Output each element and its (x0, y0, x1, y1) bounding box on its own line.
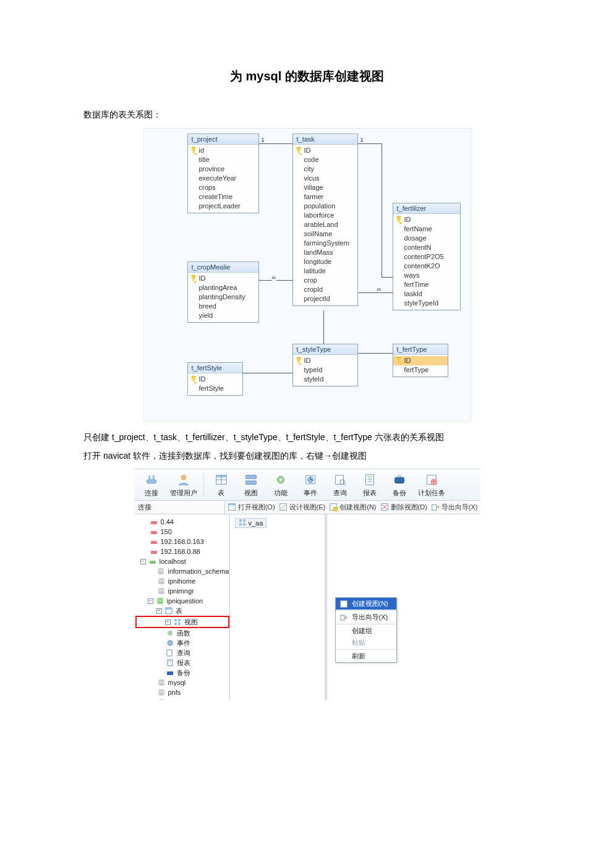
toolbar-label: 表 (218, 488, 224, 498)
entity-col: laborforce (293, 211, 357, 220)
entity-col: title (188, 155, 258, 164)
entity-t-cropmealie: t_cropMealie ID plantingArea plantingDen… (187, 262, 259, 323)
entity-col: soilName (293, 229, 357, 239)
tree-conn-open[interactable]: −localhost (135, 556, 229, 566)
database-icon (157, 679, 166, 686)
doc-title: 为 mysql 的数据库创建视图 (83, 68, 531, 85)
toolbar-event-button[interactable]: 事件 (296, 470, 325, 499)
toolbar-conn-button[interactable]: 连接 (137, 470, 166, 499)
user-icon (176, 472, 192, 488)
view-icon (243, 472, 259, 488)
ctx-label: 创建视图(N) (352, 599, 388, 608)
entity-col: yield (188, 311, 258, 320)
entity-col: village (293, 183, 357, 192)
svg-rect-64 (167, 650, 172, 656)
action-export[interactable]: 导出向导(X) (431, 503, 478, 513)
action-label: 设计视图(E) (289, 503, 326, 512)
svg-rect-24 (367, 481, 372, 482)
ctx-refresh[interactable]: 刷新 (336, 650, 396, 662)
action-open-view[interactable]: 打开视图(O) (228, 503, 275, 513)
query-icon (332, 472, 348, 488)
entity-col: province (188, 164, 258, 174)
toolbar-label: 事件 (304, 488, 317, 498)
tree-node-query[interactable]: 查询 (135, 648, 229, 658)
nav-tree[interactable]: 0.44 150 192.168.0.163 192.168.0.88 −loc… (134, 514, 230, 700)
entity-col: createTime (188, 192, 258, 202)
tree-conn[interactable]: 192.168.0.88 (135, 547, 229, 556)
entity-col: plantingDensity (188, 292, 258, 302)
entity-col: contentN (393, 243, 460, 252)
collapse-icon[interactable]: − (140, 559, 146, 564)
svg-point-63 (168, 640, 173, 645)
tree-node-event[interactable]: 事件 (135, 638, 229, 648)
expand-icon[interactable]: + (165, 619, 171, 625)
expand-icon[interactable]: + (156, 608, 162, 614)
tree-db[interactable]: information_schema (135, 566, 229, 576)
tree-conn[interactable]: 192.168.0.163 (135, 537, 229, 547)
splitter-handle[interactable] (325, 514, 327, 700)
svg-rect-42 (151, 551, 157, 554)
context-menu[interactable]: 创建视图(N) 导出向导(X) 创建组 (335, 597, 397, 663)
cardinality-inf: ∞ (271, 275, 276, 281)
tree-node-backup[interactable]: 备份 (135, 668, 229, 678)
action-delete-view[interactable]: 删除视图(D) (380, 503, 427, 513)
export-icon (431, 503, 440, 513)
svg-rect-31 (228, 503, 235, 505)
entity-title: t_styleType (293, 344, 357, 355)
database-icon (157, 577, 166, 585)
entity-t-ferttype: t_fertType ID fertType (393, 344, 448, 377)
toolbar-label: 计划任务 (418, 488, 445, 498)
tree-db[interactable]: pnfs (135, 687, 229, 697)
toolbar-func-button[interactable]: 功能 (266, 470, 296, 499)
tree-node-tables[interactable]: +表 (135, 606, 229, 616)
collapse-icon[interactable]: − (148, 598, 153, 604)
tree-conn[interactable]: 0.44 (135, 517, 229, 527)
toolbar-user-button[interactable]: 管理用户 (166, 470, 201, 499)
svg-point-49 (158, 582, 164, 584)
view-icon (173, 618, 182, 626)
tree-conn[interactable]: 150 (135, 527, 229, 537)
toolbar-backup-button[interactable]: 备份 (385, 470, 414, 499)
database-icon (157, 699, 166, 700)
database-icon (156, 568, 165, 575)
entity-col: styleId (293, 375, 357, 384)
toolbar-query-button[interactable]: 查询 (325, 470, 355, 499)
toolbar-view-button[interactable]: 视图 (236, 470, 266, 499)
svg-rect-39 (151, 521, 157, 524)
entity-col: farmer (293, 192, 357, 202)
svg-rect-89 (239, 519, 242, 522)
toolbar-label: 视图 (244, 488, 258, 498)
toolbar-table-button[interactable]: 表 (207, 470, 236, 499)
entity-col: code (293, 155, 357, 164)
tree-node-views-selected[interactable]: +视图 (135, 616, 229, 628)
tree-db[interactable]: pointmeeting (135, 697, 229, 700)
entity-col: dosage (393, 234, 460, 243)
view-item[interactable]: v_aa (235, 518, 267, 528)
svg-point-13 (279, 479, 282, 481)
nav-toolbar: 连接 管理用户 表 视图 功能 (134, 469, 480, 501)
tree-db-open[interactable]: −ipniquestion (135, 596, 229, 606)
report-icon (362, 472, 378, 488)
ctx-create-view[interactable]: 创建视图(N) (336, 598, 396, 610)
action-create-view[interactable]: 创建视图(N) (329, 503, 376, 513)
ctx-newgroup[interactable]: 创建组 (336, 625, 396, 637)
toolbar-sched-button[interactable]: 计划任务 (414, 470, 449, 499)
action-design-view[interactable]: 设计视图(E) (279, 503, 326, 513)
svg-rect-94 (341, 615, 344, 620)
entity-title: t_fertilizer (393, 203, 460, 214)
svg-rect-58 (174, 619, 177, 621)
tree-db[interactable]: ipnihome (135, 576, 229, 586)
database-icon (157, 689, 166, 696)
action-label: 删除视图(D) (391, 503, 427, 512)
tree-node-func[interactable]: 函数 (135, 628, 229, 638)
tree-db[interactable]: mysql (135, 678, 229, 687)
tree-node-report[interactable]: 报表 (135, 658, 229, 668)
toolbar-label: 备份 (393, 488, 406, 498)
tree-db[interactable]: ipnimngr (135, 586, 229, 596)
entity-t-fertstyle: t_fertStyle ID fertStyle (187, 362, 243, 396)
svg-rect-2 (152, 475, 154, 480)
entity-title: t_fertStyle (188, 363, 242, 373)
toolbar-report-button[interactable]: 报表 (355, 470, 385, 499)
ctx-export[interactable]: 导出向导(X) (336, 611, 396, 623)
toolbar-label: 连接 (145, 488, 158, 498)
